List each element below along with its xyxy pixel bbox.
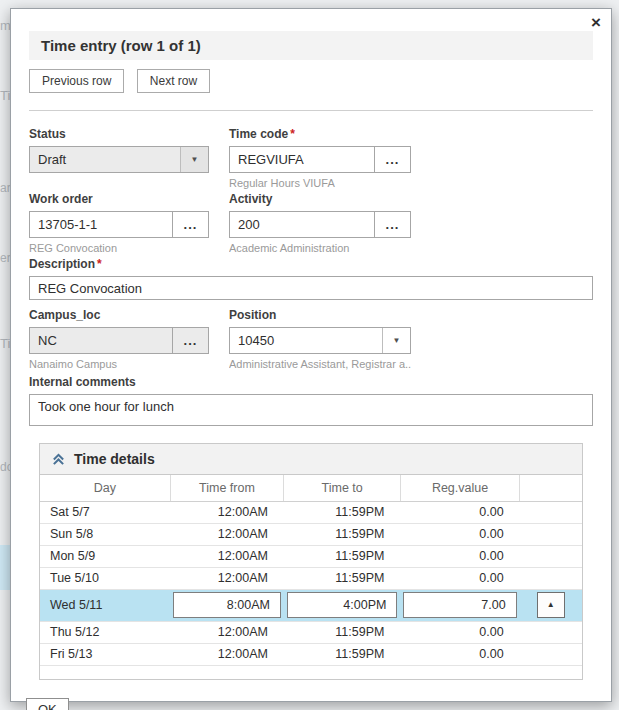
position-helper: Administrative Assistant, Registrar a...	[229, 358, 411, 371]
time-code-field: Time code* ... Regular Hours VIUFA	[229, 127, 411, 190]
time-from-cell: 12:00AM	[170, 621, 284, 643]
reg-value-cell: 0.00	[400, 567, 519, 589]
reg-value-input[interactable]	[403, 592, 516, 618]
campus-loc-field: Campus_loc ... Nanaimo Campus	[29, 308, 209, 371]
time-to-cell: 11:59PM	[284, 523, 401, 545]
work-order-lookup-icon[interactable]: ...	[172, 211, 209, 238]
work-order-field: Work order ... REG Convocation	[29, 192, 209, 255]
column-header-time-from: Time from	[170, 475, 284, 501]
description-field: Description*	[29, 257, 593, 300]
time-from-cell: 12:00AM	[170, 643, 284, 665]
campus-loc-label: Campus_loc	[29, 308, 209, 322]
activity-helper: Academic Administration	[229, 242, 411, 255]
column-header-day: Day	[40, 475, 170, 501]
time-code-input[interactable]	[229, 146, 375, 173]
table-row[interactable]: Mon 5/9 12:00AM 11:59PM 0.00	[40, 545, 582, 567]
time-details-panel: Time details Day Time from Time to Reg.v…	[39, 443, 583, 680]
next-row-button[interactable]: Next row	[137, 69, 210, 93]
table-row[interactable]: Tue 5/10 12:00AM 11:59PM 0.00	[40, 567, 582, 589]
position-select[interactable]: 10450 ▼	[229, 327, 411, 354]
day-cell: Sun 5/8	[40, 523, 170, 545]
day-cell: Sat 5/7	[40, 501, 170, 523]
time-from-cell: 12:00AM	[170, 523, 284, 545]
activity-lookup-icon[interactable]: ...	[374, 211, 411, 238]
campus-loc-helper: Nanaimo Campus	[29, 358, 209, 371]
action-cell	[520, 523, 582, 545]
status-helper	[29, 177, 209, 190]
status-field: Status Draft ▼	[29, 127, 209, 190]
time-code-helper: Regular Hours VIUFA	[229, 177, 411, 190]
reg-value-cell: 0.00	[400, 621, 519, 643]
action-cell	[520, 567, 582, 589]
time-code-label: Time code*	[229, 127, 411, 141]
time-details-title: Time details	[74, 451, 155, 467]
ok-button[interactable]: OK	[26, 698, 69, 710]
campus-loc-input[interactable]	[29, 327, 173, 354]
dropdown-arrow-icon[interactable]: ▼	[180, 147, 208, 172]
position-value: 10450	[230, 333, 382, 348]
day-cell: Tue 5/10	[40, 567, 170, 589]
time-to-cell: 11:59PM	[284, 621, 401, 643]
time-entry-form: Status Draft ▼ Time code* ... Re	[29, 111, 593, 429]
time-to-cell: 11:59PM	[284, 545, 401, 567]
reg-value-cell: 0.00	[400, 545, 519, 567]
table-row-empty	[40, 665, 582, 679]
work-order-input[interactable]	[29, 211, 173, 238]
reg-value-cell: 0.00	[400, 643, 519, 665]
status-select[interactable]: Draft ▼	[29, 146, 209, 173]
campus-loc-lookup-icon[interactable]: ...	[172, 327, 209, 354]
page-background: m Tir ar er Tir do × Time entry (row 1 o…	[0, 0, 619, 710]
collapse-row-button[interactable]: ▲	[537, 592, 565, 618]
time-details-header[interactable]: Time details	[40, 444, 582, 475]
work-order-helper: REG Convocation	[29, 242, 209, 255]
activity-input[interactable]	[229, 211, 375, 238]
time-to-cell: 11:59PM	[284, 567, 401, 589]
action-cell	[520, 545, 582, 567]
required-asterisk: *	[290, 127, 295, 141]
dialog-title: Time entry (row 1 of 1)	[29, 31, 593, 60]
time-from-cell: 12:00AM	[170, 545, 284, 567]
action-cell	[520, 643, 582, 665]
time-to-cell: 11:59PM	[284, 501, 401, 523]
action-cell	[520, 501, 582, 523]
position-label: Position	[229, 308, 411, 322]
day-cell: Fri 5/13	[40, 643, 170, 665]
time-to-input[interactable]	[287, 592, 398, 618]
table-row[interactable]: Fri 5/13 12:00AM 11:59PM 0.00	[40, 643, 582, 665]
time-entry-dialog: × Time entry (row 1 of 1) Previous row N…	[10, 8, 612, 702]
background-selected-row-sliver	[0, 545, 10, 590]
table-row[interactable]: Sat 5/7 12:00AM 11:59PM 0.00	[40, 501, 582, 523]
reg-value-cell: 0.00	[400, 501, 519, 523]
work-order-label: Work order	[29, 192, 209, 206]
description-label: Description*	[29, 257, 593, 271]
required-asterisk: *	[97, 257, 102, 271]
dropdown-arrow-icon[interactable]: ▼	[382, 328, 410, 353]
column-header-action	[520, 475, 582, 501]
reg-value-cell: 0.00	[400, 523, 519, 545]
status-label: Status	[29, 127, 209, 141]
internal-comments-field: Internal comments Took one hour for lunc…	[29, 375, 593, 429]
table-row-selected[interactable]: Wed 5/11 ▲	[40, 589, 582, 621]
day-cell: Mon 5/9	[40, 545, 170, 567]
activity-field: Activity ... Academic Administration	[229, 192, 411, 255]
position-field: Position 10450 ▼ Administrative Assistan…	[229, 308, 411, 371]
action-cell	[520, 621, 582, 643]
column-header-time-to: Time to	[284, 475, 401, 501]
time-from-cell: 12:00AM	[170, 567, 284, 589]
close-icon[interactable]: ×	[591, 13, 601, 33]
previous-row-button[interactable]: Previous row	[29, 69, 124, 93]
time-from-input[interactable]	[173, 592, 281, 618]
time-code-lookup-icon[interactable]: ...	[374, 146, 411, 173]
time-from-cell: 12:00AM	[170, 501, 284, 523]
internal-comments-input[interactable]: Took one hour for lunch	[29, 394, 593, 426]
table-row[interactable]: Sun 5/8 12:00AM 11:59PM 0.00	[40, 523, 582, 545]
activity-label: Activity	[229, 192, 411, 206]
status-value: Draft	[30, 152, 180, 167]
collapse-icon[interactable]	[52, 453, 65, 466]
day-cell: Thu 5/12	[40, 621, 170, 643]
time-to-cell: 11:59PM	[284, 643, 401, 665]
time-details-table: Day Time from Time to Reg.value Sat 5/7 …	[40, 475, 582, 679]
day-cell: Wed 5/11	[40, 589, 170, 621]
description-input[interactable]	[29, 276, 593, 300]
table-row[interactable]: Thu 5/12 12:00AM 11:59PM 0.00	[40, 621, 582, 643]
